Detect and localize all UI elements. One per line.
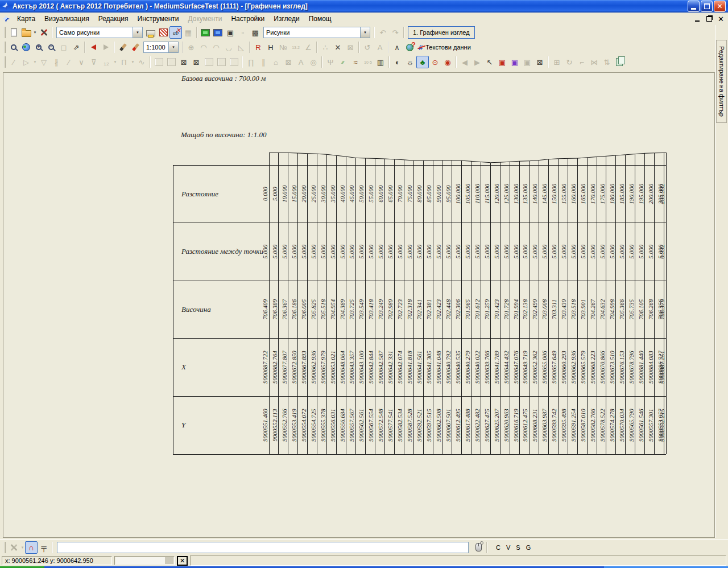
active-view-button[interactable]: 1. Графичен изглед [408,26,475,39]
numbered-points-caret-icon[interactable]: ▼ [113,56,118,68]
area-small-button[interactable] [202,56,215,68]
brightness-button[interactable]: ☼ [404,56,416,68]
shape-tool-caret-icon[interactable]: ▼ [130,56,135,68]
polygon-tool-button[interactable]: ▽ [38,56,50,68]
rotate-text-button[interactable]: A [374,41,386,53]
frame-properties-button[interactable]: ▣ [224,26,237,39]
view-forward-button[interactable] [100,41,112,53]
scale-combobox[interactable]: 1:1000▼ [143,42,179,53]
draw-settings-caret-icon[interactable]: ▼ [20,542,25,553]
filter-combobox[interactable]: Само рисунки▼ [56,27,143,38]
select-window-button[interactable]: ◻ [57,41,70,53]
menu-6[interactable]: Настройки [226,13,269,24]
child-close-button[interactable]: ✕ [717,15,725,22]
document-system-icon[interactable] [2,15,10,23]
flag-s[interactable]: S [516,544,520,551]
scale-combobox-dropdown-icon[interactable]: ▼ [168,42,178,52]
drawing-combobox[interactable]: Рисунки▼ [263,27,370,38]
region-clear-button[interactable]: ⊠ [533,56,546,68]
stamp-button[interactable] [157,26,169,39]
zoom-out-button[interactable]: − [45,41,57,53]
pointer-button[interactable]: ↖ [483,56,496,68]
snap-magnet-button[interactable]: ∩ [25,541,38,554]
zoom-extent-button[interactable]: ⇗ [70,41,82,53]
delete-object-button[interactable]: ✕ [332,41,344,53]
menu-1[interactable]: Карта [13,13,40,24]
convex-button[interactable]: ⌂ [270,56,282,68]
numbering-button[interactable]: № [277,41,289,53]
region-copy-button[interactable]: ▣ [496,56,508,68]
slope-button[interactable]: ∠ [302,41,315,53]
menu-8[interactable]: Помощ [304,13,336,24]
toolbar-grip[interactable] [3,27,6,38]
measure-compass-button[interactable]: ∧ [391,41,403,53]
arc-tangent-button[interactable]: ◡ [222,41,235,53]
line-tool-button[interactable]: ∕ [7,56,20,68]
height-point-button[interactable]: H [264,41,277,53]
profile-grid-button[interactable]: ▥ [374,56,387,68]
snap-distance-button[interactable]: ╤ [38,541,50,554]
reference-point-button[interactable]: R [252,41,264,53]
circle-object-button[interactable]: ◎ [307,56,320,68]
segment-tool-button[interactable]: ∕ [63,56,75,68]
tile-windows-button[interactable]: ⊞ [551,56,563,68]
split-tool-button[interactable]: ∦ [50,56,63,68]
point-mark-red-button[interactable]: ◉ [441,56,454,68]
arc-3point-button[interactable]: ◠ [210,41,222,53]
world-view-button[interactable] [20,41,32,53]
open-drawing-caret-icon[interactable]: ▼ [32,27,38,38]
open-drawing-button[interactable] [20,26,32,39]
pan-right-button[interactable]: ▶ [471,56,483,68]
frame-border-button[interactable]: ▩ [249,26,262,39]
polyline-tool-button[interactable]: ▷ [20,56,32,68]
refresh-all-button[interactable]: ↻ [563,56,576,68]
region-cut-button[interactable]: ▣ [508,56,521,68]
draw-settings-button[interactable] [7,541,20,554]
child-restore-button[interactable] [705,15,713,22]
snap-node-button[interactable]: ⊕ [185,41,197,53]
copy-sheet-button[interactable] [613,56,626,68]
zoom-window-button[interactable] [7,41,20,53]
arc-tool-button[interactable]: ◠ [197,41,210,53]
parallel-button[interactable]: ∥ [257,56,270,68]
toolbar-grip[interactable] [3,56,6,68]
paired-points-button[interactable]: ∴ [319,41,332,53]
menu-3[interactable]: Редакция [94,13,133,24]
contrast-button[interactable]: ◐ [391,56,404,68]
restore-button[interactable] [701,1,713,12]
relief-waves-button[interactable]: ≈ [349,56,362,68]
filter-editor-tab[interactable]: Редактиране на филтър [716,40,727,123]
flatten-button[interactable]: ⊠ [282,56,295,68]
delete-frame-button[interactable]: ⊠ [344,41,357,53]
child-minimize-button[interactable] [693,15,701,22]
point-label-red-button[interactable]: ⊙ [429,56,441,68]
area-create-button[interactable] [152,56,165,68]
polyline-tool-caret-icon[interactable]: ▼ [32,56,38,68]
locate-button[interactable] [403,41,416,53]
redraw-button[interactable] [117,41,129,53]
flag-c[interactable]: C [496,544,500,551]
hatch-green-button[interactable]: ∕∕∕ [337,56,349,68]
customize-tools-button[interactable] [38,26,50,39]
text-data-button[interactable]: #Текстови данни [416,42,474,53]
drawing-canvas[interactable]: Базова височина : 700.00 мМащаб по височ… [3,72,715,538]
view-back-button[interactable] [87,41,100,53]
corner-view-button[interactable]: ⌐ [576,56,588,68]
undo-button[interactable]: ↶ [377,26,389,39]
area-box-button[interactable] [165,56,177,68]
region-paste-button[interactable]: ▣ [521,56,533,68]
area-delete-button[interactable]: ⊠ [177,56,190,68]
new-document-button[interactable] [7,26,20,39]
grid-button[interactable]: ▦ [182,26,195,39]
area-delete-all-button[interactable]: ⊠ [190,56,202,68]
shape-tool-button[interactable]: Π [118,56,130,68]
depth-label-button[interactable]: 10-5 [362,56,374,68]
title-bar[interactable]: Акстър 2012 ( Акстър 2012 Потребител ) -… [0,0,728,13]
vegetation-button[interactable]: ♣ [416,56,429,68]
cancel-operation-button[interactable]: ✕ [177,556,188,566]
menu-4[interactable]: Инструменти [133,13,184,24]
flag-v[interactable]: V [506,544,510,551]
branch-button[interactable]: Ψ [324,56,337,68]
plot-export-button[interactable] [144,26,157,39]
chevron-tool-button[interactable]: ∨ [75,56,88,68]
